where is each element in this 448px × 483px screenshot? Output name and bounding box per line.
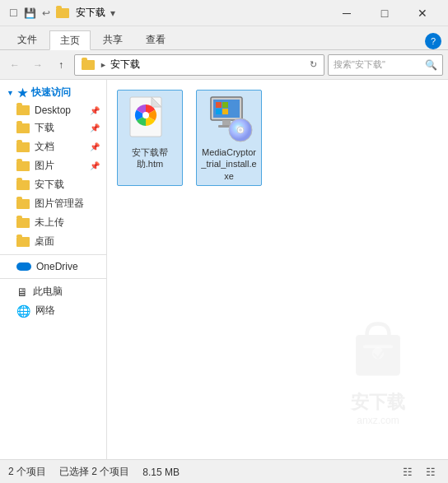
sidebar-label-computer: 此电脑: [33, 285, 63, 299]
status-bar-right: ☷ ☷: [399, 463, 440, 481]
svg-point-18: [239, 128, 242, 132]
folder-icon-not-uploaded: [16, 218, 30, 228]
sidebar-label-desktop2: 桌面: [35, 235, 54, 248]
sidebar-label-pictures: 图片: [35, 159, 54, 173]
svg-rect-10: [216, 102, 222, 108]
tab-share[interactable]: 共享: [92, 30, 133, 49]
sidebar-label-network: 网络: [35, 304, 55, 318]
file-name-exe: MediaCryptor_trial_install.exe: [200, 146, 258, 182]
file-item-htm[interactable]: 安下载帮助.htm: [117, 90, 183, 186]
maximize-button[interactable]: □: [366, 0, 404, 26]
path-folder-icon: [82, 60, 95, 70]
network-icon: 🌐: [16, 304, 30, 318]
status-bar: 2 个项目 已选择 2 个项目 8.15 MB ☷ ☷: [0, 459, 448, 483]
folder-icon-desktop2: [16, 237, 30, 247]
ribbon-tabs: 文件 主页 共享 查看 ?: [0, 26, 448, 49]
tab-file[interactable]: 文件: [7, 30, 48, 49]
folder-icon-documents: [16, 142, 30, 152]
help-button[interactable]: ?: [425, 33, 441, 49]
status-size: 8.15 MB: [142, 467, 180, 478]
minimize-button[interactable]: ─: [328, 0, 366, 26]
sidebar-item-anxz[interactable]: 安下载: [0, 175, 106, 194]
search-bar[interactable]: 搜索"安下载" 🔍: [328, 54, 443, 76]
refresh-button[interactable]: ↻: [310, 59, 317, 70]
svg-rect-12: [216, 109, 222, 114]
pin-icon-documents: 📌: [90, 142, 100, 151]
sidebar-label-anxz: 安下载: [35, 178, 64, 192]
pin-icon-desktop: 📌: [90, 106, 100, 115]
file-name-htm: 安下载帮助.htm: [121, 146, 179, 170]
sidebar-label-desktop: Desktop: [35, 104, 71, 116]
window-icon: ☐: [7, 7, 20, 20]
back-button[interactable]: ←: [5, 55, 25, 75]
watermark-sub: anxz.com: [357, 415, 399, 426]
save-icon: 💾: [23, 7, 36, 20]
up-button[interactable]: ↑: [51, 55, 71, 75]
sidebar-item-computer[interactable]: 🖥 此电脑: [0, 282, 106, 301]
sidebar-item-pictures[interactable]: 图片 📌: [0, 156, 106, 175]
svg-rect-13: [222, 109, 228, 114]
svg-point-7: [142, 112, 149, 118]
forward-button[interactable]: →: [28, 55, 48, 75]
address-path: ► 安下载: [100, 58, 305, 72]
quick-access-label: 快速访问: [31, 86, 71, 100]
path-chevron: ►: [100, 61, 107, 69]
exe-file-svg: [204, 94, 254, 143]
close-button[interactable]: ✕: [404, 0, 441, 26]
files-grid: 安下载帮助.htm: [117, 90, 438, 186]
pin-icon-downloads: 📌: [90, 123, 100, 132]
file-item-exe[interactable]: MediaCryptor_trial_install.exe: [196, 90, 262, 186]
sidebar-item-documents[interactable]: 文档 📌: [0, 137, 106, 156]
search-placeholder: 搜索"安下载": [334, 58, 385, 71]
svg-rect-14: [222, 120, 231, 125]
main-content: ▼ ★ 快速访问 Desktop 📌 下载 📌 文档 📌 图片 📌 安下载: [0, 80, 448, 459]
onedrive-icon: [16, 262, 31, 271]
title-bar: ☐ 💾 ↩ 安下载 ▾ ─ □ ✕: [0, 0, 448, 26]
folder-icon: [56, 8, 69, 18]
path-label: 安下载: [110, 58, 140, 72]
sidebar-item-desktop2[interactable]: 桌面: [0, 232, 106, 251]
sidebar-item-photo-manager[interactable]: 图片管理器: [0, 194, 106, 213]
computer-icon: 🖥: [16, 286, 28, 299]
folder-icon-desktop: [16, 105, 30, 115]
sidebar-label-not-uploaded: 未上传: [35, 216, 64, 230]
folder-icon-photo-manager: [16, 199, 30, 209]
watermark-bag-icon: [341, 313, 415, 387]
sidebar-item-network[interactable]: 🌐 网络: [0, 301, 106, 320]
sidebar-item-not-uploaded[interactable]: 未上传: [0, 213, 106, 232]
folder-icon-downloads: [16, 123, 30, 133]
sidebar-divider-1: [0, 254, 106, 255]
status-selected: 已选择 2 个项目: [59, 465, 129, 479]
svg-rect-0: [356, 335, 400, 376]
search-icon: 🔍: [425, 59, 437, 71]
view-details-button[interactable]: ☷: [399, 463, 417, 481]
quick-access-header[interactable]: ▼ ★ 快速访问: [0, 83, 106, 102]
sidebar-divider-2: [0, 278, 106, 279]
sidebar-item-downloads[interactable]: 下载 📌: [0, 118, 106, 137]
tab-home[interactable]: 主页: [49, 30, 91, 50]
sidebar-item-desktop[interactable]: Desktop 📌: [0, 102, 106, 118]
file-icon-exe: [204, 94, 254, 143]
address-area: ← → ↑ ► 安下载 ↻ 搜索"安下载" 🔍: [0, 50, 448, 80]
watermark-text: 安下载: [351, 390, 405, 415]
sidebar-label-downloads: 下载: [35, 121, 54, 135]
folder-icon-anxz: [16, 180, 30, 190]
sidebar-item-onedrive[interactable]: OneDrive: [0, 258, 106, 275]
htm-file-svg: [127, 95, 173, 142]
pin-icon-pictures: 📌: [90, 161, 100, 170]
watermark: 安下载 anxz.com: [341, 313, 415, 426]
file-icon-htm: [125, 94, 175, 143]
svg-rect-11: [222, 102, 228, 108]
title-text: 安下载: [76, 6, 105, 20]
sidebar-label-onedrive: OneDrive: [36, 261, 78, 272]
title-chevron: ▾: [110, 7, 115, 19]
view-icons-button[interactable]: ☷: [422, 463, 440, 481]
address-bar[interactable]: ► 安下载 ↻: [74, 54, 324, 76]
svg-rect-1: [363, 346, 393, 349]
file-area: 安下载 anxz.com: [107, 80, 448, 459]
folder-icon-pictures: [16, 161, 30, 171]
status-total: 2 个项目: [8, 465, 46, 479]
undo-icon: ↩: [40, 7, 53, 20]
quick-access-chevron: ▼: [7, 89, 14, 97]
tab-view[interactable]: 查看: [135, 30, 176, 49]
